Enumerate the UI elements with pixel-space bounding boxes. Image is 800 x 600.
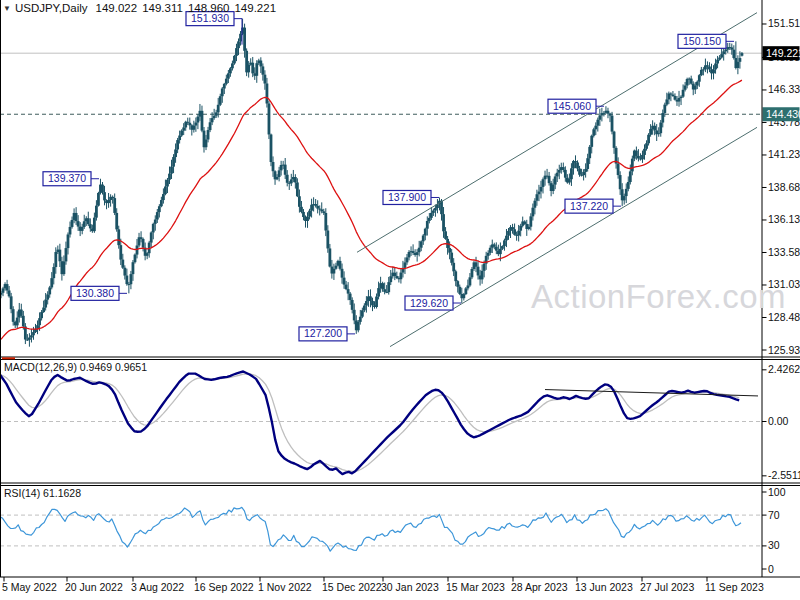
svg-text:15 Dec 2022: 15 Dec 2022 <box>322 581 382 593</box>
svg-text:16 Sep 2022: 16 Sep 2022 <box>194 581 254 593</box>
svg-text:20 Jun 2022: 20 Jun 2022 <box>65 581 123 593</box>
rsi-indicator-label: RSI(14) 61.1628 <box>4 487 81 499</box>
svg-text:0.00: 0.00 <box>768 415 789 427</box>
svg-text:-2.5511: -2.5511 <box>768 469 800 481</box>
svg-text:15 Mar 2023: 15 Mar 2023 <box>446 581 505 593</box>
quote-close: 149.221 <box>234 2 276 14</box>
mt4-chart-window: 151.930150.150145.060139.370137.900137.2… <box>0 0 800 600</box>
svg-text:30 Jan 2023: 30 Jan 2023 <box>381 581 439 593</box>
svg-text:11 Sep 2023: 11 Sep 2023 <box>705 581 764 593</box>
svg-text:13 Jun 2023: 13 Jun 2023 <box>575 581 633 593</box>
svg-text:28 Apr 2023: 28 Apr 2023 <box>511 581 568 593</box>
watermark: ActionForex.com <box>531 278 786 316</box>
svg-text:136.135: 136.135 <box>768 213 800 225</box>
svg-text:70: 70 <box>768 509 780 521</box>
quote-low: 148.960 <box>188 2 230 14</box>
svg-text:27 Jul 2023: 27 Jul 2023 <box>640 581 694 593</box>
price-levels <box>0 53 762 114</box>
chart-title-bar: ▼USDJPY,Daily149.022149.311148.960149.22… <box>3 2 281 14</box>
date-axis: 5 May 202220 Jun 20223 Aug 202216 Sep 20… <box>2 577 764 593</box>
svg-text:141.235: 141.235 <box>768 148 800 160</box>
svg-text:0: 0 <box>768 563 774 575</box>
symbol-dropdown-icon[interactable]: ▼ <box>3 4 11 13</box>
svg-text:151.510: 151.510 <box>768 17 800 29</box>
svg-text:2.4262: 2.4262 <box>768 363 800 375</box>
svg-text:139.370: 139.370 <box>48 172 86 184</box>
macd-panel: 2.42620.00-2.5511 <box>0 363 800 481</box>
quote-open: 149.022 <box>96 2 138 14</box>
svg-text:149.221: 149.221 <box>766 47 800 59</box>
svg-text:30: 30 <box>768 539 780 551</box>
svg-text:137.220: 137.220 <box>570 200 608 212</box>
svg-text:127.200: 127.200 <box>304 327 342 339</box>
svg-text:130.380: 130.380 <box>76 287 114 299</box>
svg-text:129.620: 129.620 <box>410 297 448 309</box>
rsi-panel: 10070300 <box>0 486 786 575</box>
svg-text:100: 100 <box>768 486 786 498</box>
svg-text:137.900: 137.900 <box>388 191 426 203</box>
svg-text:125.935: 125.935 <box>768 344 800 356</box>
svg-text:5 May 2022: 5 May 2022 <box>2 581 57 593</box>
macd-indicator-label: MACD(12,26,9) 0.9469 0.9651 <box>4 361 147 373</box>
svg-text:144.430: 144.430 <box>766 108 800 120</box>
quote-high: 149.311 <box>142 2 183 14</box>
svg-text:1 Nov 2022: 1 Nov 2022 <box>258 581 312 593</box>
svg-text:133.585: 133.585 <box>768 246 800 258</box>
svg-text:150.150: 150.150 <box>683 35 721 47</box>
symbol-name: USDJPY,Daily <box>15 2 88 14</box>
svg-text:146.335: 146.335 <box>768 83 800 95</box>
svg-text:3 Aug 2022: 3 Aug 2022 <box>131 581 184 593</box>
svg-text:138.685: 138.685 <box>768 181 800 193</box>
svg-text:145.060: 145.060 <box>553 100 591 112</box>
